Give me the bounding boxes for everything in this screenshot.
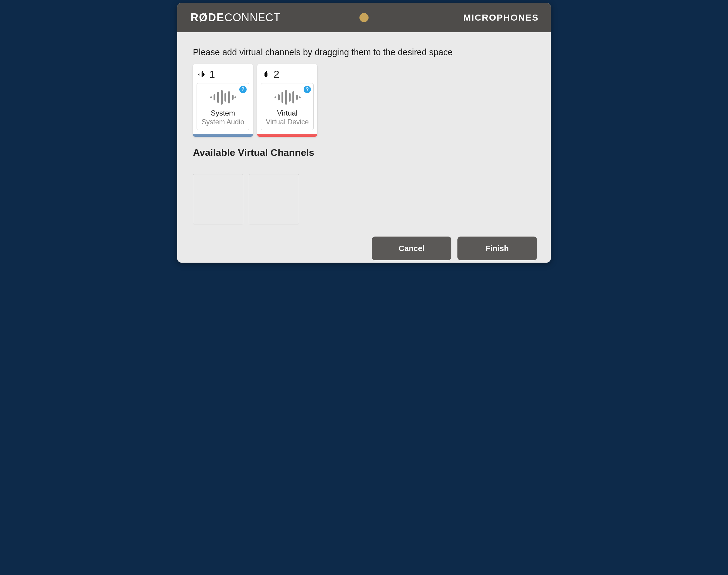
svg-rect-18 bbox=[268, 73, 268, 76]
svg-rect-26 bbox=[296, 95, 298, 100]
slot-header: 1 bbox=[193, 64, 253, 83]
finish-button[interactable]: Finish bbox=[457, 237, 537, 260]
device-box[interactable]: ? bbox=[261, 83, 313, 130]
status-dot-icon bbox=[359, 13, 369, 22]
svg-rect-23 bbox=[285, 90, 287, 105]
waveform-large-icon bbox=[264, 90, 311, 105]
help-icon[interactable]: ? bbox=[239, 86, 246, 93]
svg-rect-11 bbox=[228, 91, 230, 103]
svg-rect-8 bbox=[217, 92, 219, 103]
cancel-button[interactable]: Cancel bbox=[372, 237, 451, 260]
assigned-slots-row: 1 ? bbox=[193, 64, 535, 137]
slot-number: 1 bbox=[209, 68, 215, 80]
svg-rect-17 bbox=[266, 71, 267, 77]
available-slot-empty[interactable] bbox=[249, 174, 299, 225]
available-channels-heading: Available Virtual Channels bbox=[193, 147, 535, 158]
svg-rect-14 bbox=[263, 74, 263, 75]
device-subtitle: System Audio bbox=[199, 118, 246, 126]
device-box[interactable]: ? bbox=[197, 83, 249, 130]
svg-rect-25 bbox=[292, 91, 294, 103]
content-area: Please add virtual channels by dragging … bbox=[177, 32, 551, 263]
slot-number: 2 bbox=[274, 68, 279, 80]
page-title: MICROPHONES bbox=[463, 12, 539, 23]
slot-color-stripe bbox=[193, 134, 253, 137]
titlebar: RØDECONNECT MICROPHONES bbox=[177, 3, 551, 32]
svg-rect-10 bbox=[225, 93, 226, 102]
svg-point-27 bbox=[299, 96, 301, 98]
svg-rect-3 bbox=[202, 71, 203, 77]
channel-slot[interactable]: 2 ? bbox=[257, 64, 317, 137]
available-slots-row bbox=[193, 174, 535, 225]
svg-rect-1 bbox=[200, 73, 200, 76]
svg-rect-2 bbox=[201, 72, 201, 77]
instruction-text: Please add virtual channels by dragging … bbox=[193, 47, 535, 57]
svg-rect-0 bbox=[198, 74, 199, 75]
svg-rect-21 bbox=[278, 94, 280, 100]
app-window: RØDECONNECT MICROPHONES Please add virtu… bbox=[177, 3, 551, 263]
brand-bold: RØDE bbox=[191, 11, 225, 24]
waveform-small-icon bbox=[198, 71, 206, 77]
available-slot-empty[interactable] bbox=[193, 174, 243, 225]
help-icon[interactable]: ? bbox=[304, 86, 311, 93]
slot-header: 2 bbox=[257, 64, 317, 83]
svg-point-20 bbox=[274, 96, 276, 98]
footer-buttons: Cancel Finish bbox=[372, 237, 537, 260]
svg-rect-5 bbox=[204, 74, 205, 75]
device-name: Virtual bbox=[264, 109, 311, 117]
svg-rect-15 bbox=[264, 73, 265, 76]
brand-logo: RØDECONNECT bbox=[191, 11, 280, 24]
svg-rect-4 bbox=[203, 73, 204, 76]
waveform-small-icon bbox=[263, 71, 270, 77]
svg-rect-16 bbox=[265, 72, 266, 77]
device-subtitle: Virtual Device bbox=[264, 118, 311, 126]
slot-color-stripe bbox=[257, 134, 317, 137]
svg-rect-22 bbox=[282, 92, 283, 103]
svg-rect-12 bbox=[232, 95, 234, 100]
svg-point-13 bbox=[234, 96, 236, 98]
waveform-large-icon bbox=[199, 90, 246, 105]
svg-point-6 bbox=[210, 96, 212, 98]
device-name: System bbox=[199, 109, 246, 117]
svg-rect-7 bbox=[213, 94, 216, 100]
svg-rect-19 bbox=[269, 74, 269, 75]
svg-rect-24 bbox=[289, 93, 291, 102]
brand-light: CONNECT bbox=[225, 11, 280, 24]
channel-slot[interactable]: 1 ? bbox=[193, 64, 253, 137]
svg-rect-9 bbox=[221, 90, 223, 105]
